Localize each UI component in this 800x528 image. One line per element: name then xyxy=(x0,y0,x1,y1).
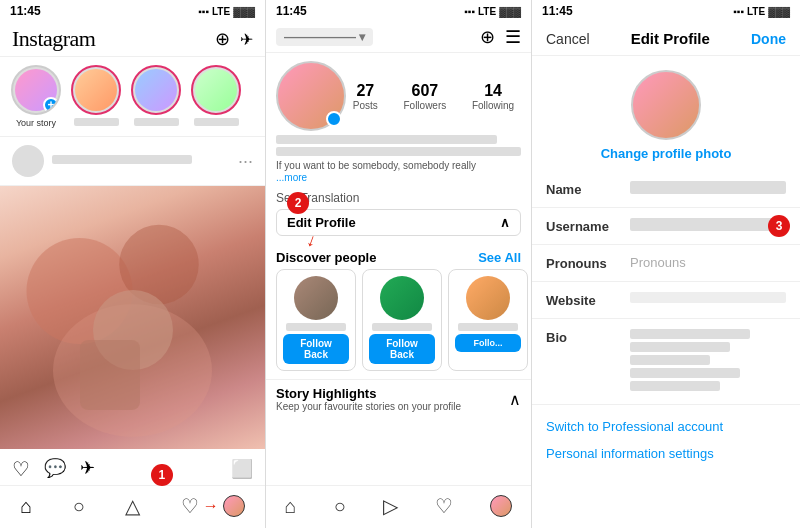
discover-avatar-2 xyxy=(380,276,424,320)
edit-avatar-section: Change profile photo xyxy=(532,56,800,171)
story-item-1[interactable] xyxy=(70,65,122,128)
highlights-info: Story Highlights Keep your favourite sto… xyxy=(276,386,461,412)
lte-icon: LTE xyxy=(212,6,230,17)
switch-professional-link[interactable]: Switch to Professional account xyxy=(546,419,786,434)
posts-label: Posts xyxy=(353,100,378,111)
stories-row: + Your story xyxy=(0,57,265,137)
home-nav-icon[interactable]: ⌂ xyxy=(20,495,32,518)
your-story-item[interactable]: + Your story xyxy=(10,65,62,128)
story-label-2 xyxy=(134,118,179,126)
search-nav-icon-2[interactable]: ○ xyxy=(334,495,346,518)
edit-links-section: Switch to Professional account Personal … xyxy=(532,405,800,475)
save-icon[interactable]: ⬜ xyxy=(231,458,253,480)
menu-icon[interactable]: ☰ xyxy=(505,26,521,48)
status-icons-1: ▪▪▪ LTE ▓▓▓ xyxy=(198,6,255,17)
username-value[interactable] xyxy=(630,218,786,231)
discover-avatar-3 xyxy=(466,276,510,320)
step1-badge: 1 xyxy=(151,464,173,486)
discover-card-3: Follo... xyxy=(448,269,528,371)
more-icon[interactable]: ··· xyxy=(238,151,253,172)
username-label: Username xyxy=(546,218,618,234)
chevron-up-icon: ∧ xyxy=(500,215,510,230)
done-button[interactable]: Done xyxy=(751,31,786,47)
highlights-sub: Keep your favourite stories on your prof… xyxy=(276,401,461,412)
battery-icon: ▓▓▓ xyxy=(233,6,255,17)
heart-nav-icon[interactable]: ♡ xyxy=(181,494,199,518)
time-2: 11:45 xyxy=(276,4,307,18)
followers-stat: 607 Followers xyxy=(403,82,446,111)
signal-bars-icon-3: ▪▪▪ xyxy=(733,6,744,17)
pronouns-label: Pronouns xyxy=(546,255,618,271)
discover-name-1 xyxy=(286,323,346,331)
edit-profile-panel: 11:45 ▪▪▪ LTE ▓▓▓ Cancel Edit Profile Do… xyxy=(532,0,800,528)
cancel-button[interactable]: Cancel xyxy=(546,31,590,47)
share-icon[interactable]: ✈ xyxy=(80,457,95,481)
lte-icon-2: LTE xyxy=(478,6,496,17)
discover-card-1: Follow Back xyxy=(276,269,356,371)
your-story-label: Your story xyxy=(16,118,56,128)
edit-profile-button[interactable]: Edit Profile ∧ 2 ↓ xyxy=(276,209,521,236)
follow-back-btn-1[interactable]: Follow Back xyxy=(283,334,349,364)
status-bar-3: 11:45 ▪▪▪ LTE ▓▓▓ xyxy=(532,0,800,22)
signal-bars-icon: ▪▪▪ xyxy=(198,6,209,17)
step2-badge: 2 xyxy=(287,192,309,214)
story-item-2[interactable] xyxy=(130,65,182,128)
profile-bio: If you want to be somebody, somebody rea… xyxy=(266,135,531,191)
heart-nav-icon-2[interactable]: ♡ xyxy=(435,494,453,518)
profile-avatar xyxy=(276,61,346,131)
bio-field[interactable]: Bio xyxy=(532,319,800,405)
comment-icon[interactable]: 💬 xyxy=(44,457,66,481)
posts-stat: 27 Posts xyxy=(353,82,378,111)
time-3: 11:45 xyxy=(542,4,573,18)
edit-avatar[interactable] xyxy=(631,70,701,140)
edit-header: Cancel Edit Profile Done xyxy=(532,22,800,56)
discover-people-row: Follow Back Follow Back Follo... xyxy=(266,269,531,379)
edit-profile-label: Edit Profile xyxy=(287,215,356,230)
name-label: Name xyxy=(546,181,618,197)
name-field[interactable]: Name xyxy=(532,171,800,208)
posts-count: 27 xyxy=(353,82,378,100)
followers-count: 607 xyxy=(403,82,446,100)
step1-arrow: → xyxy=(203,497,219,515)
reels-nav-icon-2[interactable]: ▷ xyxy=(383,494,398,518)
battery-icon-2: ▓▓▓ xyxy=(499,6,521,17)
explore-nav-icon[interactable]: △ xyxy=(125,494,140,518)
follow-back-btn-3[interactable]: Follo... xyxy=(455,334,521,352)
name-value[interactable] xyxy=(630,181,786,194)
search-nav-icon[interactable]: ○ xyxy=(73,495,85,518)
followers-label: Followers xyxy=(403,100,446,111)
status-bar-1: 11:45 ▪▪▪ LTE ▓▓▓ xyxy=(0,0,265,22)
change-photo-button[interactable]: Change profile photo xyxy=(601,146,732,161)
story-label-1 xyxy=(74,118,119,126)
pronouns-field[interactable]: Pronouns Pronouns xyxy=(532,245,800,282)
profile-panel: 11:45 ▪▪▪ LTE ▓▓▓ —————— ▾ ⊕ ☰ 27 Posts … xyxy=(266,0,532,528)
like-icon[interactable]: ♡ xyxy=(12,457,30,481)
profile-nav-icon-2[interactable] xyxy=(490,495,512,517)
bio-value[interactable] xyxy=(630,329,786,394)
pronouns-value[interactable]: Pronouns xyxy=(630,255,786,270)
profile-nav-icon[interactable] xyxy=(223,495,245,517)
website-field[interactable]: Website xyxy=(532,282,800,319)
time-1: 11:45 xyxy=(10,4,41,18)
profile-blue-dot xyxy=(326,111,342,127)
home-nav-icon-2[interactable]: ⌂ xyxy=(285,495,297,518)
follow-back-btn-2[interactable]: Follow Back xyxy=(369,334,435,364)
website-value[interactable] xyxy=(630,292,786,303)
following-count: 14 xyxy=(472,82,514,100)
story-item-3[interactable] xyxy=(190,65,242,128)
add-profile-icon[interactable]: ⊕ xyxy=(480,26,495,48)
add-post-icon[interactable]: ⊕ xyxy=(215,28,230,50)
messenger-icon[interactable]: ✈ xyxy=(240,30,253,49)
profile-top-row: 27 Posts 607 Followers 14 Following xyxy=(266,53,531,135)
personal-info-link[interactable]: Personal information settings xyxy=(546,446,786,461)
discover-card-2: Follow Back xyxy=(362,269,442,371)
discover-avatar-1 xyxy=(294,276,338,320)
bottom-nav-2: ⌂ ○ ▷ ♡ xyxy=(266,485,531,528)
bottom-nav-1: ⌂ ○ △ ♡ → 1 xyxy=(0,485,265,528)
feed-panel: 11:45 ▪▪▪ LTE ▓▓▓ Instagram ⊕ ✈ + Your s… xyxy=(0,0,266,528)
discover-name-2 xyxy=(372,323,432,331)
feed-actions: ♡ 💬 ✈ ⬜ xyxy=(0,449,265,485)
username-field[interactable]: Username 3 xyxy=(532,208,800,245)
chevron-up-highlights-icon: ∧ xyxy=(509,390,521,409)
see-all-link[interactable]: See All xyxy=(478,250,521,265)
